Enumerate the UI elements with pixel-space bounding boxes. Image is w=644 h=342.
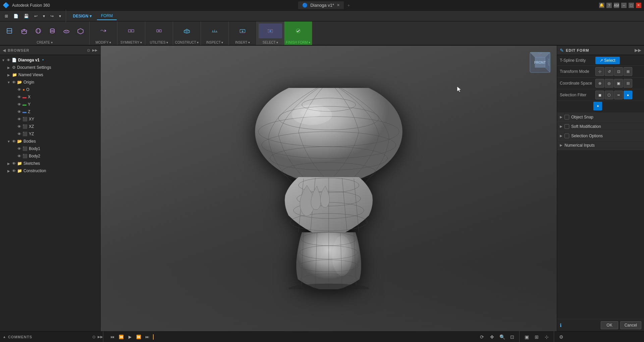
playback-next-button[interactable]: ⏩ bbox=[135, 333, 142, 341]
eye-construction[interactable]: 👁 bbox=[12, 169, 16, 173]
eye-xy[interactable]: 👁 bbox=[17, 117, 21, 121]
select-tool-button[interactable] bbox=[259, 23, 282, 38]
tree-item-xy[interactable]: 👁 ⬛ XY bbox=[11, 115, 100, 123]
undo-arrow-button[interactable]: ▾ bbox=[41, 12, 47, 20]
undo-button[interactable]: ↩ bbox=[32, 12, 40, 20]
quad-tool-button[interactable] bbox=[74, 23, 87, 38]
playback-prev-button[interactable]: ⏪ bbox=[117, 333, 125, 341]
panel-collapse-button[interactable]: ▶▶ bbox=[635, 48, 641, 53]
transform-mode-btn4[interactable]: ⊞ bbox=[624, 67, 632, 76]
tree-item-xz[interactable]: 👁 ⬛ XZ bbox=[11, 123, 100, 130]
coord-space-btn2[interactable]: ◎ bbox=[605, 79, 613, 88]
insert-tool-button[interactable] bbox=[231, 23, 254, 38]
tree-item-origin[interactable]: ▼ 👁 📂 Origin bbox=[5, 79, 100, 86]
playback-play-button[interactable]: ▶ bbox=[126, 333, 133, 341]
finish-form-button[interactable] bbox=[286, 23, 310, 38]
fit-button[interactable]: ⊡ bbox=[508, 333, 517, 341]
numerical-inputs-section[interactable]: ▶ Numerical Inputs bbox=[557, 141, 644, 150]
orbit-button[interactable]: ⟳ bbox=[478, 333, 486, 341]
coord-space-btn1[interactable]: ⊕ bbox=[595, 79, 604, 88]
cylinder-tool-button[interactable] bbox=[46, 23, 59, 38]
symmetry-tool-button[interactable] bbox=[119, 23, 143, 38]
tree-item-y[interactable]: 👁 ▬ Y bbox=[11, 101, 100, 108]
filter-btn1[interactable]: ◼ bbox=[595, 91, 604, 99]
tree-item-body2[interactable]: 👁 ⬛ Body2 bbox=[11, 152, 100, 160]
filter-btn4[interactable]: ● bbox=[624, 91, 632, 99]
user-button[interactable]: AM bbox=[614, 3, 619, 8]
torus-tool-button[interactable] bbox=[60, 23, 73, 38]
close-button[interactable]: ✕ bbox=[636, 3, 641, 8]
close-tab-button[interactable]: ✕ bbox=[337, 3, 340, 7]
ok-button[interactable]: OK bbox=[601, 321, 618, 329]
form-tab[interactable]: FORM bbox=[97, 12, 117, 20]
tree-item-bodies[interactable]: ▼ 👁 📂 Bodies bbox=[5, 138, 100, 145]
transform-mode-btn2[interactable]: ↺ bbox=[605, 67, 613, 76]
sphere-tool-button[interactable] bbox=[32, 23, 45, 38]
tree-item-o[interactable]: 👁 ● O bbox=[11, 86, 100, 93]
nav-cube[interactable]: FRONT RIGHT TOP bbox=[527, 49, 553, 76]
maximize-button[interactable]: □ bbox=[629, 3, 634, 8]
tree-item-x[interactable]: 👁 ▬ X bbox=[11, 93, 100, 101]
zoom-button[interactable]: 🔍 bbox=[498, 333, 506, 341]
tree-item-construction[interactable]: ▶ 👁 📁 Construction bbox=[5, 167, 100, 175]
eye-origin[interactable]: 👁 bbox=[12, 80, 16, 84]
redo-arrow-button[interactable]: ▾ bbox=[57, 12, 63, 20]
create-component-button[interactable] bbox=[2, 23, 17, 38]
save-button[interactable]: 💾 bbox=[22, 12, 31, 20]
display-mode-button[interactable]: ▣ bbox=[522, 333, 531, 341]
coord-space-btn3[interactable]: ▣ bbox=[614, 79, 623, 88]
eye-z[interactable]: 👁 bbox=[17, 110, 21, 114]
transform-mode-btn3[interactable]: ⊡ bbox=[614, 67, 623, 76]
grid-menu-button[interactable]: ⊞ bbox=[3, 12, 10, 20]
box-tool-button[interactable] bbox=[17, 23, 31, 38]
eye-sketches[interactable]: 👁 bbox=[12, 161, 16, 165]
redo-button[interactable]: ↪ bbox=[48, 12, 56, 20]
tree-item-yz[interactable]: 👁 ⬛ YZ bbox=[11, 130, 100, 138]
help-button[interactable]: ? bbox=[606, 3, 612, 8]
comments-options-button[interactable]: ⊙ bbox=[92, 335, 96, 339]
comments-expand-button[interactable]: ▶▶ bbox=[98, 335, 103, 339]
tree-item-named-views[interactable]: ▶ 📁 Named Views bbox=[5, 71, 100, 79]
expand-comments-button[interactable]: ▲ bbox=[3, 335, 6, 339]
browser-expand-button[interactable]: ▶▶ bbox=[92, 48, 98, 52]
playback-end-button[interactable]: ⏭ bbox=[144, 333, 151, 341]
new-document-button[interactable]: 📄 bbox=[11, 12, 20, 20]
eye-o[interactable]: 👁 bbox=[17, 88, 21, 92]
construct-tool-button[interactable] bbox=[175, 23, 199, 38]
notifications-button[interactable]: 🔔 bbox=[599, 3, 604, 8]
tree-item-sketches[interactable]: ▶ 👁 📁 Sketches bbox=[5, 160, 100, 167]
eye-xz[interactable]: 👁 bbox=[17, 125, 21, 129]
utilities-tool-button[interactable] bbox=[147, 23, 171, 38]
3d-viewport[interactable]: FRONT RIGHT TOP bbox=[101, 46, 557, 331]
filter-btn2[interactable]: ⬡ bbox=[605, 91, 613, 99]
playback-start-button[interactable]: ⏮ bbox=[109, 333, 116, 341]
coord-space-btn4[interactable]: ⊟ bbox=[624, 79, 632, 88]
eye-yz[interactable]: 👁 bbox=[17, 132, 21, 136]
modify-tool-button[interactable] bbox=[92, 23, 115, 38]
pan-button[interactable]: ✥ bbox=[488, 333, 496, 341]
eye-body1[interactable]: 👁 bbox=[17, 147, 21, 151]
eye-body2[interactable]: 👁 bbox=[17, 154, 21, 158]
tree-item-z[interactable]: 👁 ▬ Z bbox=[11, 108, 100, 115]
collapse-browser-button[interactable]: ◀ bbox=[3, 48, 6, 53]
tree-item-root[interactable]: ▼ 👁 📄 Dianoga v1 • bbox=[0, 56, 100, 64]
minimize-button[interactable]: − bbox=[621, 3, 627, 8]
eye-bodies[interactable]: 👁 bbox=[12, 139, 16, 143]
filter-btn3[interactable]: ━ bbox=[614, 91, 623, 99]
transform-mode-btn1[interactable]: ⊹ bbox=[595, 67, 604, 76]
object-snap-section[interactable]: ▶ Object Snap bbox=[557, 112, 644, 122]
tree-item-doc-settings[interactable]: ▶ ⚙ Document Settings bbox=[5, 64, 100, 71]
eye-root[interactable]: 👁 bbox=[7, 58, 10, 62]
grid-button[interactable]: ⊞ bbox=[532, 333, 541, 341]
cancel-button[interactable]: Cancel bbox=[620, 321, 641, 329]
select-button[interactable]: ↗ Select bbox=[595, 57, 620, 64]
tree-item-body1[interactable]: 👁 ⬛ Body1 bbox=[11, 145, 100, 152]
eye-y[interactable]: 👁 bbox=[17, 102, 21, 106]
inspect-tool-button[interactable] bbox=[203, 23, 226, 38]
browser-options-button[interactable]: ⊙ bbox=[87, 48, 90, 53]
settings-button[interactable]: ⚙ bbox=[557, 333, 566, 341]
eye-x[interactable]: 👁 bbox=[17, 95, 21, 99]
design-mode-button[interactable]: DESIGN ▾ bbox=[69, 11, 96, 21]
add-tab-button[interactable]: ＋ bbox=[346, 3, 351, 8]
soft-modification-section[interactable]: ▶ Soft Modification bbox=[557, 122, 644, 131]
